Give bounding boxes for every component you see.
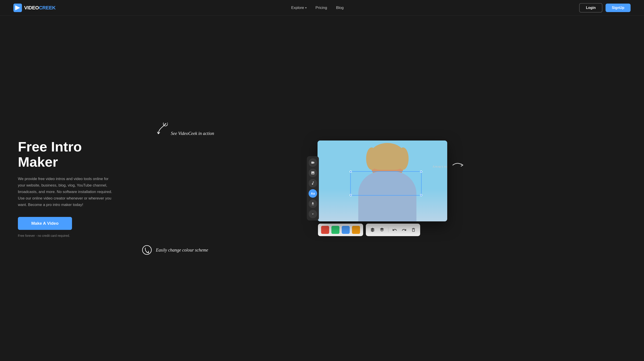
cta-button[interactable]: Make A Video <box>18 217 72 230</box>
text-icon: Aa <box>311 192 315 195</box>
hero-section: Free Intro Maker We provide free video i… <box>0 16 644 361</box>
video-icon <box>311 161 315 165</box>
redo-icon[interactable] <box>401 227 407 233</box>
color-swatch-green[interactable] <box>332 226 340 234</box>
person-hair <box>370 143 405 170</box>
chevron-down-icon: ▾ <box>305 6 306 9</box>
annotation-arrow-top-icon: ↺ <box>156 123 168 136</box>
toolbar-video-btn[interactable] <box>308 158 317 167</box>
action-bar <box>366 224 420 236</box>
annotation-arrow-bottom-icon <box>141 244 153 256</box>
selection-handle-bl[interactable] <box>350 194 352 196</box>
svg-text:↺: ↺ <box>164 123 166 125</box>
selection-box[interactable] <box>350 171 422 196</box>
person-background <box>318 140 447 222</box>
logo[interactable]: VIDEOCREEK <box>14 3 56 12</box>
selection-handle-tr[interactable] <box>420 171 422 173</box>
toolbar-image-btn[interactable] <box>308 169 317 177</box>
arrow-right-decoration <box>452 159 465 173</box>
trash-icon[interactable] <box>410 227 416 233</box>
nav-pricing[interactable]: Pricing <box>316 5 327 10</box>
layers-icon[interactable] <box>370 227 376 233</box>
hero-right: ↺ See VideoCeek in action Aa <box>134 140 630 236</box>
annotation-top: ↺ See VideoCeek in action <box>156 123 214 136</box>
chevron-down-icon <box>311 212 315 216</box>
color-bar <box>318 224 363 236</box>
nav-blog[interactable]: Blog <box>336 5 344 10</box>
annotation-top-text: See VideoCeek in action <box>171 131 214 136</box>
hero-left: Free Intro Maker We provide free video i… <box>18 139 125 238</box>
color-swatch-yellow[interactable] <box>352 226 360 234</box>
nav-explore[interactable]: Explore ▾ <box>291 5 306 10</box>
login-button[interactable]: Login <box>579 3 602 12</box>
annotation-bottom: Easily change colour scheme <box>141 244 208 256</box>
undo-icon[interactable] <box>392 227 398 233</box>
svg-point-4 <box>142 246 152 254</box>
logo-icon <box>14 3 22 12</box>
nav-links: Explore ▾ Pricing Blog <box>291 5 344 10</box>
signup-button[interactable]: SignUp <box>606 3 630 12</box>
hero-description: We provide free video intros and video t… <box>18 176 116 208</box>
editor-canvas: Unlimited Media Library <box>318 140 447 222</box>
toolbar-download-btn[interactable] <box>308 200 317 208</box>
action-divider <box>388 227 388 232</box>
arrow-right-icon <box>452 159 465 171</box>
annotation-bottom-text: Easily change colour scheme <box>156 248 208 253</box>
nav-actions: Login SignUp <box>579 3 630 12</box>
free-note: Free forever - no credit card required. <box>18 234 125 238</box>
side-toolbar: Aa <box>307 156 319 221</box>
logo-text: VIDEOCREEK <box>24 5 56 11</box>
music-icon <box>311 181 315 185</box>
navbar: VIDEOCREEK Explore ▾ Pricing Blog Login … <box>0 0 644 16</box>
color-swatch-red[interactable] <box>321 226 329 234</box>
editor-wrapper: Aa <box>318 140 447 236</box>
download-icon <box>311 202 315 206</box>
hero-title: Free Intro Maker <box>18 139 125 170</box>
toolbar-more-btn[interactable] <box>308 210 317 218</box>
selection-handle-br[interactable] <box>420 194 422 196</box>
color-swatch-blue[interactable] <box>342 226 350 234</box>
layers-alt-icon[interactable] <box>379 227 385 233</box>
toolbar-text-btn[interactable]: Aa <box>308 189 317 198</box>
image-icon <box>311 171 315 175</box>
selection-handle-tl[interactable] <box>350 171 352 173</box>
bottom-bars <box>318 224 447 236</box>
toolbar-music-btn[interactable] <box>308 179 317 187</box>
